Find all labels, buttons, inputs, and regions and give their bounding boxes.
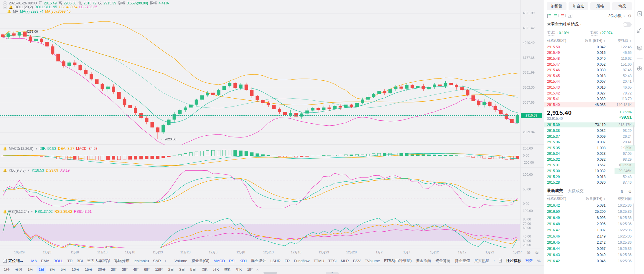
sub-indicator-item[interactable]: RSI [229, 259, 235, 263]
trade-row[interactable]: 2916.42 0.046 16:25:36 [544, 258, 635, 264]
trade-row[interactable]: 2916.43 0.049 16:25:36 [544, 252, 635, 258]
sub-indicator-item[interactable]: 爆仓统计 [251, 258, 266, 263]
timeframe-item[interactable]: 3时 [120, 266, 130, 273]
sub-indicator-item[interactable]: 持仓量(OI) [191, 258, 209, 263]
trades-tab[interactable]: 最新成交 [547, 188, 563, 195]
timeframe-item[interactable]: 5分 [59, 266, 68, 273]
price-axis[interactable]: 4621.994321.424040.403777.653531.993302.… [520, 0, 544, 248]
overlay-indicator-item[interactable]: EMA [41, 259, 49, 263]
orderbook-settings-gear-icon[interactable]: ⚙ [628, 14, 632, 18]
collapse-chevron-icon[interactable]: ⌄ [3, 1, 7, 5]
trade-row[interactable]: 2916.47 1.807 16:25:36 [544, 227, 635, 233]
sub-indicator-item[interactable]: MACD [214, 259, 225, 263]
ask-row[interactable]: 2915.49 0.016 46.65 [544, 50, 635, 56]
bid-row[interactable]: 2915.31 3.567 10.399K [544, 162, 635, 168]
overlay-indicator-item[interactable]: TD [67, 259, 73, 263]
overlay-indicator-item[interactable]: › [165, 259, 166, 263]
book-sell-only-icon[interactable] [561, 14, 566, 18]
bid-row[interactable]: 2915.34 0.023 67.05 [544, 151, 635, 157]
overlay-indicator-item[interactable]: 筹码分布 [114, 258, 129, 263]
timeframe-item[interactable]: 30分 [96, 266, 108, 273]
timeframe-item[interactable]: 3分 [47, 266, 57, 273]
dropdown-caret-icon[interactable]: ▼ [31, 210, 33, 213]
alert-bell-icon[interactable]: 🔔 [7, 10, 11, 14]
decimals-dropdown[interactable]: 2位小数 ▼ [608, 13, 625, 19]
timeframe-item[interactable]: 1秒 [2, 266, 11, 273]
x-axis-extra-tab[interactable]: 筹 [527, 250, 531, 255]
sub-indicator-item[interactable]: Volume [174, 259, 187, 263]
remove-timeframe-icon[interactable]: ✕ [256, 268, 259, 272]
ask-row[interactable]: 2915.46 0.030 87.46 [544, 67, 635, 73]
timeframe-item[interactable]: 5日 [188, 266, 198, 273]
add-panel-icon[interactable] [568, 14, 573, 18]
log-scale-button[interactable]: 对数 [525, 258, 533, 263]
percent-scale-button[interactable]: % [537, 259, 541, 263]
trade-row[interactable]: 2916.49 8.993 16:25:36 [544, 215, 635, 221]
sub-indicator-item[interactable]: 买卖热度 [474, 258, 490, 263]
timeframe-item[interactable]: 1分 [25, 266, 35, 273]
book-both-sides-icon[interactable] [547, 14, 551, 18]
market-monitor-icon[interactable] [635, 39, 644, 57]
alert-bell-icon[interactable]: 🔔 [9, 5, 13, 9]
alert-bell-icon[interactable]: 🔔 [3, 147, 7, 151]
qty-column-header[interactable]: 数量 (ETH) ▼ [577, 38, 606, 43]
ask-row[interactable]: 2915.48 0.040 116.62 [544, 56, 635, 62]
quick-action-button[interactable]: 加预警 [547, 2, 566, 10]
timeframe-item[interactable]: 1时 [245, 266, 255, 273]
refresh-compare-icon[interactable] [635, 60, 644, 77]
sub-indicator-item[interactable]: Fundflow [294, 259, 309, 263]
book-buy-only-icon[interactable] [554, 14, 559, 18]
overlay-indicator-item[interactable]: BBI [77, 259, 83, 263]
trend-stats-icon[interactable] [635, 22, 644, 39]
quick-action-button[interactable]: 加自选 [569, 2, 588, 10]
view-main-orders-link[interactable]: 查看主力挂单情况 › [547, 22, 581, 27]
bid-row[interactable]: 2915.29 0.018 52.48 [544, 174, 635, 180]
trade-row[interactable]: 2916.44 0.067 16:25:36 [544, 245, 635, 252]
edit-indicators-icon[interactable]: ✎ [499, 259, 502, 263]
timeframe-item[interactable]: 月K [211, 266, 221, 273]
alert-bell-icon[interactable]: 🔔 [3, 210, 7, 214]
overlay-indicator-item[interactable]: SAR [153, 259, 161, 263]
bid-row[interactable]: 2915.39 73.119 213.17K [544, 122, 635, 128]
sub-indicator-item[interactable]: 资金流向 [416, 258, 431, 263]
bid-row[interactable]: 2915.30 10.032 29.246K [544, 168, 635, 174]
sub-indicator-item[interactable]: LSUR [270, 259, 281, 263]
order-flow-icon[interactable]: $ [635, 5, 644, 22]
sub-indicator-item[interactable]: 资金背离 [435, 258, 451, 263]
collapse-chevron-icon[interactable]: ⌄ [3, 5, 7, 9]
sub-indicator-item[interactable]: TVolume [365, 259, 380, 263]
ask-row[interactable]: 2915.47 0.052 151.60 [544, 62, 635, 67]
timeframe-item[interactable]: 周K [199, 266, 210, 273]
trades-scrollbar[interactable] [633, 203, 634, 221]
timeframe-item[interactable]: 分时 [13, 266, 24, 273]
sub-indicator-item[interactable]: TTMU [314, 259, 324, 263]
quick-action-button[interactable]: 策略 [590, 2, 610, 10]
community-indicators-button[interactable]: 社区指标 [506, 258, 521, 263]
sub-indicator-item[interactable]: › [494, 259, 495, 263]
ask-row[interactable]: 2915.44 0.007 20.41 [544, 79, 635, 85]
asks-scrollbar[interactable] [633, 62, 634, 82]
dropdown-caret-icon[interactable]: ▼ [35, 147, 38, 150]
alert-bell-icon[interactable]: 🔔 [3, 169, 7, 172]
x-axis-extra-tab[interactable]: 爆 [535, 250, 539, 255]
overlay-indicator-item[interactable]: 主力大单跟踪 [87, 258, 110, 263]
timeframe-item[interactable]: 10分 [70, 266, 81, 273]
sub-indicator-item[interactable]: FTBS(币种维度) [384, 258, 412, 263]
trade-row[interactable]: 2916.48 2.096 16:25:36 [544, 221, 635, 227]
sub-indicator-item[interactable]: TTSI [328, 259, 337, 263]
sub-indicator-item[interactable]: KDJ [240, 259, 247, 263]
bid-row[interactable]: 2915.37 0.009 26.24 [544, 134, 635, 140]
sub-indicator-item[interactable]: FR [285, 259, 290, 263]
sub-indicator-item[interactable]: 持仓差值 [455, 258, 470, 263]
timeframe-item[interactable]: 年K [234, 266, 244, 273]
overlay-indicator-item[interactable]: BOLL [54, 259, 63, 263]
ask-row[interactable]: 2915.45 0.018 52.48 [544, 73, 635, 79]
ask-row[interactable]: 2915.41 0.039 113.70 [544, 96, 635, 102]
sub-indicator-item[interactable]: BSV [353, 259, 361, 263]
bids-scrollbar[interactable] [633, 125, 634, 146]
time-axis[interactable]: 10月2911月311月811月1311月1811月2311月2812月312月… [0, 248, 544, 256]
ask-row[interactable]: 2915.42 0.027 78.72 [544, 90, 635, 96]
bid-row[interactable]: 2915.38 0.032 93.29 [544, 128, 635, 134]
main-orders-toggle[interactable] [623, 22, 632, 27]
timeframe-item[interactable]: 4时 [131, 266, 141, 273]
